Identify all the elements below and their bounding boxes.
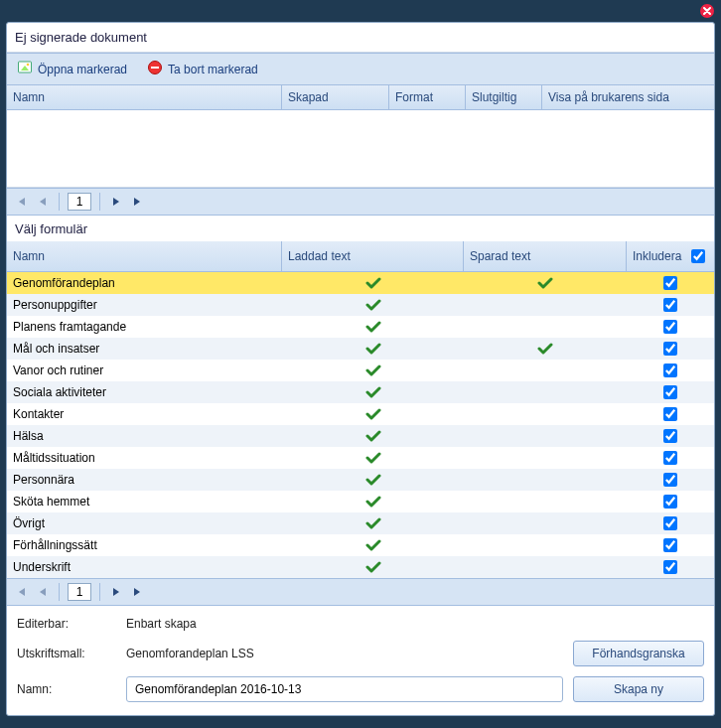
include-checkbox[interactable]	[663, 516, 677, 530]
template-value: Genomforandeplan LSS	[126, 647, 563, 660]
delete-marked-button[interactable]: Ta bort markerad	[143, 58, 262, 80]
form-row-name: Måltidssituation	[7, 447, 282, 469]
include-checkbox[interactable]	[663, 320, 677, 334]
name-label: Namn:	[17, 682, 116, 696]
form-row-saved	[464, 519, 627, 527]
form-row[interactable]: Måltidssituation	[7, 447, 714, 469]
forms-col-include-label: Inkludera	[633, 249, 681, 263]
forms-col-saved[interactable]: Sparad text	[464, 241, 627, 271]
form-row-saved	[464, 498, 627, 506]
check-icon	[288, 386, 458, 398]
form-row[interactable]: Genomförandeplan	[7, 272, 714, 294]
form-row[interactable]: Underskrift	[7, 556, 714, 578]
form-row-saved	[464, 366, 627, 374]
form-row[interactable]: Förhållningssätt	[7, 534, 714, 556]
section-title-forms: Välj formulär	[7, 216, 714, 241]
form-row[interactable]: Vanor och rutiner	[7, 360, 714, 381]
include-checkbox[interactable]	[663, 298, 677, 312]
form-row-loaded	[282, 557, 464, 577]
form-row-name: Personuppgifter	[7, 294, 282, 316]
template-label: Utskriftsmall:	[17, 647, 116, 660]
open-marked-button[interactable]: Öppna markerad	[13, 58, 131, 80]
form-row[interactable]: Mål och insatser	[7, 338, 714, 360]
check-icon	[288, 321, 458, 333]
form-row-saved	[464, 541, 627, 549]
form-row[interactable]: Sköta hemmet	[7, 491, 714, 512]
form-row-saved	[464, 273, 627, 293]
pager2-page-input[interactable]	[68, 583, 91, 601]
form-row[interactable]: Personuppgifter	[7, 294, 714, 316]
form-row[interactable]: Övrigt	[7, 512, 714, 534]
include-checkbox[interactable]	[663, 429, 677, 443]
check-icon	[288, 452, 458, 464]
check-icon	[288, 539, 458, 551]
form-row[interactable]: Personnära	[7, 469, 714, 491]
docs-col-created[interactable]: Skapad	[282, 85, 389, 109]
check-icon	[288, 343, 458, 355]
forms-col-name[interactable]: Namn	[7, 241, 282, 271]
pager2-next-icon[interactable]	[108, 584, 124, 600]
form-row-saved	[464, 410, 627, 418]
create-new-button[interactable]: Skapa ny	[573, 676, 704, 702]
include-checkbox[interactable]	[663, 560, 677, 574]
form-row-loaded	[282, 295, 464, 315]
check-icon	[288, 561, 458, 573]
pager-page-input[interactable]	[68, 193, 91, 211]
pager-prev-icon[interactable]	[35, 194, 51, 210]
preview-button[interactable]: Förhandsgranska	[573, 641, 704, 666]
check-icon	[288, 517, 458, 529]
include-checkbox[interactable]	[663, 407, 677, 421]
pager-first-icon[interactable]	[13, 194, 29, 210]
delete-icon	[147, 60, 163, 78]
form-row-saved	[464, 454, 627, 462]
form-row[interactable]: Hälsa	[7, 425, 714, 447]
form-row-name: Övrigt	[7, 512, 282, 534]
pager2-last-icon[interactable]	[130, 584, 146, 600]
include-checkbox[interactable]	[663, 473, 677, 487]
include-checkbox[interactable]	[663, 538, 677, 552]
check-icon	[288, 364, 458, 376]
name-field[interactable]	[126, 676, 563, 702]
check-icon	[288, 496, 458, 508]
docs-col-visible[interactable]: Visa på brukarens sida	[542, 85, 714, 109]
form-row-loaded	[282, 404, 464, 424]
pager2-prev-icon[interactable]	[35, 584, 51, 600]
form-row-loaded	[282, 426, 464, 446]
form-row-name: Personnära	[7, 469, 282, 491]
form-row-saved	[464, 323, 627, 331]
form-row-name: Hälsa	[7, 425, 282, 447]
docs-col-final[interactable]: Slutgiltig	[466, 85, 542, 109]
form-row[interactable]: Sociala aktiviteter	[7, 381, 714, 403]
docs-col-name[interactable]: Namn	[7, 85, 282, 109]
form-row-loaded	[282, 535, 464, 555]
docs-col-format[interactable]: Format	[389, 85, 466, 109]
pager2-first-icon[interactable]	[13, 584, 29, 600]
close-icon[interactable]	[699, 3, 715, 19]
include-checkbox[interactable]	[663, 364, 677, 377]
form-row-saved	[464, 563, 627, 571]
forms-col-include[interactable]: Inkludera	[627, 241, 714, 271]
pager-next-icon[interactable]	[108, 194, 124, 210]
pager-last-icon[interactable]	[130, 194, 146, 210]
form-row-name: Förhållningssätt	[7, 534, 282, 556]
include-all-checkbox[interactable]	[691, 249, 705, 263]
form-row-saved	[464, 432, 627, 440]
include-checkbox[interactable]	[663, 385, 677, 399]
check-icon	[288, 277, 458, 289]
forms-pager	[7, 578, 714, 606]
form-row-loaded	[282, 492, 464, 511]
check-icon	[470, 277, 621, 289]
include-checkbox[interactable]	[663, 276, 677, 290]
form-row[interactable]: Planens framtagande	[7, 316, 714, 338]
form-row-loaded	[282, 339, 464, 359]
forms-col-loaded[interactable]: Laddad text	[282, 241, 464, 271]
include-checkbox[interactable]	[663, 495, 677, 509]
include-checkbox[interactable]	[663, 451, 677, 465]
include-checkbox[interactable]	[663, 342, 677, 356]
form-row[interactable]: Kontakter	[7, 403, 714, 425]
form-row-saved	[464, 301, 627, 309]
editable-value: Enbart skapa	[126, 617, 704, 631]
form-row-loaded	[282, 470, 464, 490]
form-row-name: Mål och insatser	[7, 338, 282, 360]
docs-pager	[7, 188, 714, 216]
